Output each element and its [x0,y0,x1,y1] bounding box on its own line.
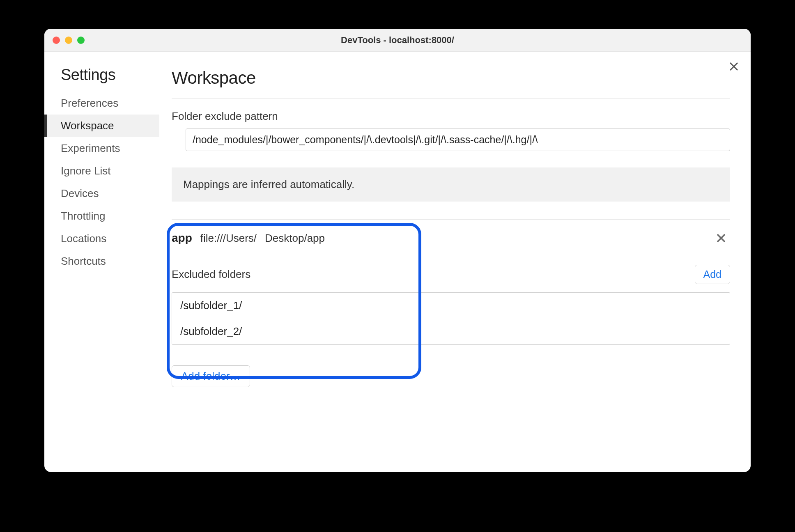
exclude-pattern-input[interactable] [186,128,730,151]
sidebar-item-label: Experiments [61,142,120,154]
close-icon [729,62,738,71]
excluded-folders-list: /subfolder_1/ /subfolder_2/ [172,292,730,345]
minimize-window-button[interactable] [65,37,72,44]
sidebar-item-label: Locations [61,232,106,245]
close-window-button[interactable] [53,37,60,44]
sidebar-item-workspace[interactable]: Workspace [44,115,159,137]
sidebar-item-label: Workspace [61,119,114,132]
settings-title: Settings [44,66,159,92]
workspace-entry-header: app file:///Users/ Desktop/app [172,231,730,245]
sidebar-item-label: Shortcuts [61,255,106,267]
excluded-folder-item[interactable]: /subfolder_1/ [172,293,730,319]
window-body: Settings Preferences Workspace Experimen… [44,52,751,472]
settings-sidebar: Settings Preferences Workspace Experimen… [44,52,159,472]
devtools-window: DevTools - localhost:8000/ Settings Pref… [44,29,751,472]
close-settings-button[interactable] [729,61,738,73]
section-divider [172,219,730,220]
page-heading: Workspace [172,68,730,99]
sidebar-item-label: Devices [61,187,99,200]
sidebar-item-label: Ignore List [61,165,110,177]
excluded-folder-item[interactable]: /subfolder_2/ [172,319,730,344]
mappings-info-banner: Mappings are inferred automatically. [172,167,730,202]
workspace-folder-name: app [172,232,192,245]
close-icon [716,233,726,243]
add-excluded-folder-button[interactable]: Add [695,265,730,284]
sidebar-item-experiments[interactable]: Experiments [44,137,159,160]
remove-workspace-button[interactable] [716,231,730,245]
excluded-folders-label: Excluded folders [172,268,250,281]
sidebar-item-locations[interactable]: Locations [44,227,159,250]
window-title: DevTools - localhost:8000/ [44,35,751,46]
workspace-folder-path-start: file:///Users/ [200,232,257,245]
sidebar-item-ignore-list[interactable]: Ignore List [44,160,159,182]
sidebar-item-throttling[interactable]: Throttling [44,205,159,227]
sidebar-item-shortcuts[interactable]: Shortcuts [44,250,159,273]
maximize-window-button[interactable] [77,37,85,44]
traffic-lights [44,37,85,44]
sidebar-item-label: Preferences [61,97,118,109]
sidebar-item-devices[interactable]: Devices [44,182,159,205]
add-folder-button[interactable]: Add folder… [172,365,250,387]
sidebar-item-preferences[interactable]: Preferences [44,92,159,115]
workspace-folder-entry: app file:///Users/ Desktop/app Excluded … [172,231,730,345]
exclude-pattern-label: Folder exclude pattern [172,110,730,123]
sidebar-item-label: Throttling [61,210,105,222]
titlebar: DevTools - localhost:8000/ [44,29,751,52]
workspace-folder-path-end: Desktop/app [265,232,325,245]
excluded-folders-row: Excluded folders Add [172,265,730,284]
settings-main: Workspace Folder exclude pattern Mapping… [159,52,751,472]
